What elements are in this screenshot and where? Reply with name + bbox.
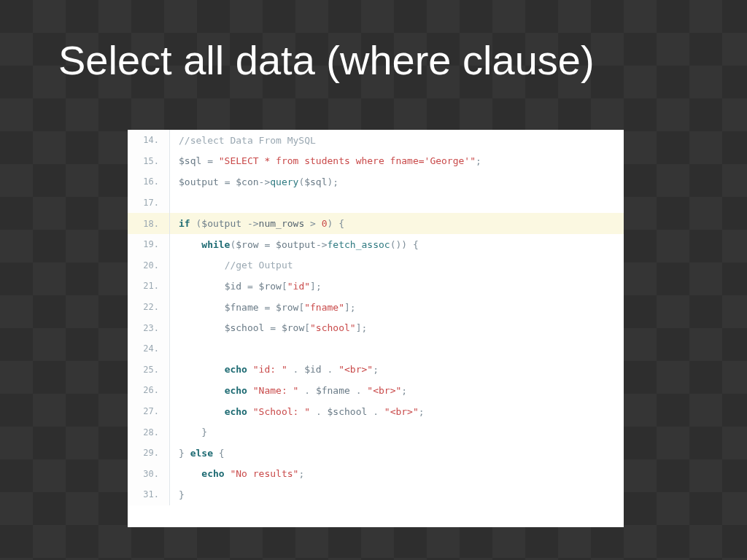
line-number: 23. [128, 317, 170, 338]
code-content: while($row = $output->fetch_assoc()) { [170, 239, 419, 250]
code-line: 29.} else { [128, 443, 624, 464]
code-content: $fname = $row["fname"]; [170, 302, 356, 313]
code-content: echo "No results"; [170, 468, 304, 479]
code-line: 21. $id = $row["id"]; [128, 276, 624, 297]
code-line: 19. while($row = $output->fetch_assoc())… [128, 234, 624, 255]
line-number: 29. [128, 443, 170, 464]
line-number: 22. [128, 297, 170, 318]
slide: Select all data (where clause) 14.//sele… [0, 0, 747, 560]
code-content: echo "id: " . $id . "<br>"; [170, 364, 379, 375]
line-number: 30. [128, 464, 170, 485]
code-line: 15.$sql = "SELECT * from students where … [128, 151, 624, 172]
code-line: 24. [128, 338, 624, 359]
code-line: 16.$output = $con->query($sql); [128, 171, 624, 192]
code-line: 17. [128, 192, 624, 214]
line-number: 31. [128, 484, 170, 505]
code-content: $id = $row["id"]; [170, 281, 322, 292]
slide-title: Select all data (where clause) [58, 36, 718, 84]
code-line: 25. echo "id: " . $id . "<br>"; [128, 359, 624, 381]
line-number: 17. [128, 192, 170, 214]
line-number: 21. [128, 276, 170, 297]
code-content: //get Output [170, 260, 293, 271]
code-content: $output = $con->query($sql); [170, 176, 338, 187]
code-content: } else { [170, 448, 225, 459]
code-content: } [170, 427, 207, 438]
code-line: 28. } [128, 421, 624, 443]
code-line: 31.} [128, 484, 624, 505]
line-number: 16. [128, 171, 170, 192]
line-number: 19. [128, 234, 170, 255]
code-content: $school = $row["school"]; [170, 322, 367, 333]
code-line: 14.//select Data From MySQL [128, 130, 624, 151]
code-line: 26. echo "Name: " . $fname . "<br>"; [128, 380, 624, 401]
code-content: if ($output ->num_rows > 0) { [170, 218, 344, 229]
line-number: 24. [128, 338, 170, 359]
code-line: 30. echo "No results"; [128, 464, 624, 485]
code-line: 18.if ($output ->num_rows > 0) { [128, 213, 624, 234]
code-line: 23. $school = $row["school"]; [128, 317, 624, 338]
line-number: 26. [128, 380, 170, 401]
code-content: echo "Name: " . $fname . "<br>"; [170, 385, 407, 396]
line-number: 15. [128, 151, 170, 172]
line-number: 18. [128, 213, 170, 234]
code-content: //select Data From MySQL [170, 135, 316, 146]
code-content: echo "School: " . $school . "<br>"; [170, 406, 425, 417]
line-number: 25. [128, 359, 170, 381]
code-line: 22. $fname = $row["fname"]; [128, 297, 624, 318]
code-block: 14.//select Data From MySQL15.$sql = "SE… [128, 130, 624, 527]
code-content: } [170, 489, 185, 500]
line-number: 20. [128, 255, 170, 276]
code-line: 27. echo "School: " . $school . "<br>"; [128, 401, 624, 422]
code-content: $sql = "SELECT * from students where fna… [170, 155, 481, 166]
line-number: 14. [128, 130, 170, 151]
line-number: 27. [128, 401, 170, 422]
code-line: 20. //get Output [128, 255, 624, 276]
line-number: 28. [128, 421, 170, 443]
